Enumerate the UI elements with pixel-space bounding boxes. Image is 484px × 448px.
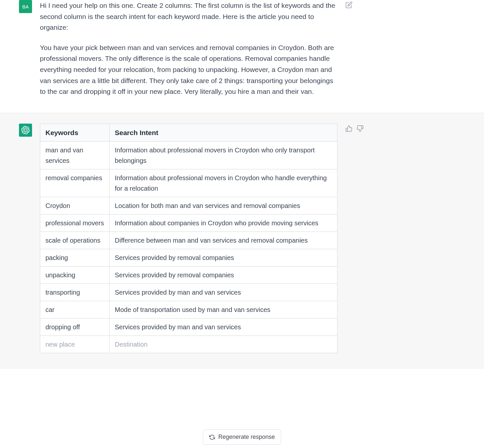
cell-keyword: man and van services [40, 142, 110, 169]
assistant-avatar [19, 124, 32, 137]
assistant-actions [345, 124, 364, 353]
table-row: removal companiesInformation about profe… [40, 169, 337, 197]
assistant-message: Keywords Search Intent man and van servi… [0, 113, 484, 369]
cell-intent: Information about professional movers in… [110, 169, 337, 197]
cell-keyword: dropping off [40, 319, 110, 336]
cell-keyword: unpacking [40, 267, 110, 284]
cell-intent: Services provided by man and van service… [110, 319, 337, 336]
cell-intent: Mode of transportation used by man and v… [110, 301, 337, 319]
header-keywords: Keywords [40, 124, 110, 142]
table-row: CroydonLocation for both man and van ser… [40, 197, 337, 215]
cell-intent: Difference between man and van services … [110, 232, 337, 249]
cell-keyword: transporting [40, 284, 110, 301]
cell-intent: Location for both man and van services a… [110, 197, 337, 215]
cell-keyword: car [40, 301, 110, 319]
table-row: carMode of transportation used by man an… [40, 301, 337, 319]
table-header-row: Keywords Search Intent [40, 124, 337, 142]
user-paragraph-1: Hi I need your help on this one. Create … [40, 0, 337, 33]
thumbs-down-icon[interactable] [356, 125, 364, 132]
user-paragraph-2: You have your pick between man and van s… [40, 42, 337, 97]
table-row: dropping offServices provided by man and… [40, 319, 337, 336]
edit-icon[interactable] [345, 1, 353, 9]
cell-intent: Services provided by removal companies [110, 249, 337, 267]
table-row: man and van servicesInformation about pr… [40, 142, 337, 169]
user-message-content: Hi I need your help on this one. Create … [40, 0, 337, 97]
cell-keyword: Croydon [40, 197, 110, 215]
assistant-message-content: Keywords Search Intent man and van servi… [40, 124, 337, 353]
table-row: professional moversInformation about com… [40, 215, 337, 232]
thumbs-up-icon[interactable] [345, 125, 353, 132]
cell-keyword: scale of operations [40, 232, 110, 249]
user-message: BA Hi I need your help on this one. Crea… [0, 0, 484, 113]
cell-keyword: packing [40, 249, 110, 267]
cell-keyword: new place [40, 336, 110, 353]
cell-keyword: professional movers [40, 215, 110, 232]
table-row: transportingServices provided by man and… [40, 284, 337, 301]
cell-intent: Services provided by removal companies [110, 267, 337, 284]
table-row: unpackingServices provided by removal co… [40, 267, 337, 284]
user-avatar: BA [19, 0, 32, 13]
cell-intent: Services provided by man and van service… [110, 284, 337, 301]
cell-intent: Destination [110, 336, 337, 353]
cell-keyword: removal companies [40, 169, 110, 197]
openai-logo-icon [21, 126, 30, 134]
table-row: scale of operationsDifference between ma… [40, 232, 337, 249]
table-row: new placeDestination [40, 336, 337, 353]
header-intent: Search Intent [110, 124, 337, 142]
table-row: packingServices provided by removal comp… [40, 249, 337, 267]
cell-intent: Information about companies in Croydon w… [110, 215, 337, 232]
cell-intent: Information about professional movers in… [110, 142, 337, 169]
keywords-table: Keywords Search Intent man and van servi… [40, 124, 337, 353]
user-actions [345, 0, 353, 97]
avatar-initials: BA [22, 4, 29, 9]
